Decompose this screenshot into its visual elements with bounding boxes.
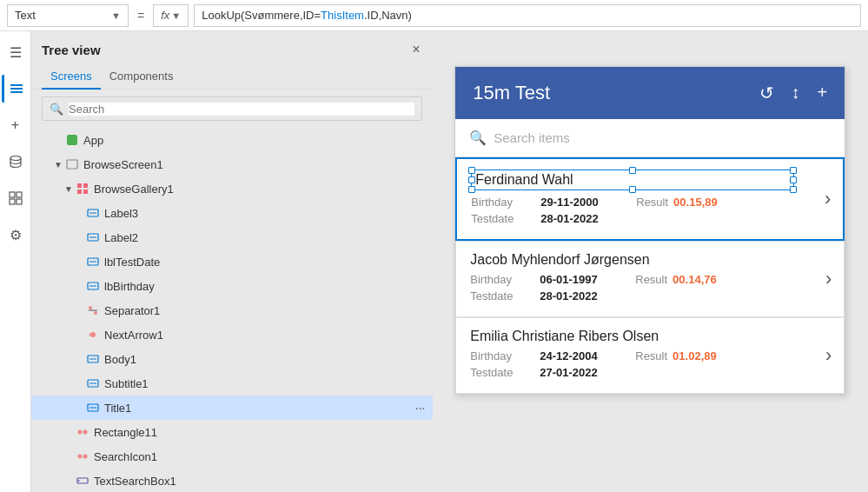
searchicon1-icon xyxy=(75,450,90,462)
textsearchbox1-icon xyxy=(75,475,90,487)
tree-item-searchicon1[interactable]: SearchIcon1 xyxy=(31,444,433,469)
handle-bl[interactable] xyxy=(468,186,475,193)
sort-icon[interactable]: ↕ xyxy=(792,83,800,103)
gallery-item-1[interactable]: Jacob Myhlendorf Jørgensen Birthday 06-0… xyxy=(455,241,845,317)
search-input[interactable] xyxy=(69,103,414,116)
tree-label-searchicon1: SearchIcon1 xyxy=(94,450,433,463)
testdate-label-1: Testdate xyxy=(470,289,540,303)
tree-item-title1[interactable]: Title1 ··· xyxy=(31,396,433,420)
refresh-icon[interactable]: ↺ xyxy=(759,83,774,103)
gallery-item-1-name: Jacob Myhlendorf Jørgensen xyxy=(470,252,830,268)
components-icon-btn[interactable] xyxy=(2,184,30,212)
gallery-item-1-row1: Birthday 06-01-1997 Result 00.14,76 xyxy=(470,273,830,286)
tree-item-browsescreen1[interactable]: ▼ BrowseScreen1 xyxy=(31,152,433,176)
tab-screens[interactable]: Screens xyxy=(42,64,101,90)
app-search-placeholder: Search items xyxy=(494,130,570,145)
tree-item-context-menu[interactable]: ··· xyxy=(415,401,433,415)
tree-item-subtitle1[interactable]: Subtitle1 xyxy=(31,371,433,396)
testdate-value-0: 28-01-2022 xyxy=(540,212,627,225)
tree-label-label2: Label2 xyxy=(104,231,433,244)
tree-search-box[interactable]: 🔍 xyxy=(42,96,422,121)
gallery-item-1-row2: Testdate 28-01-2022 xyxy=(470,289,830,303)
svg-point-33 xyxy=(78,430,83,435)
svg-rect-11 xyxy=(83,183,88,188)
lbltestdate-icon xyxy=(85,256,101,268)
gallery-item-0[interactable]: Ferdinand Wahl Birthday 29-11-2000 Resul… xyxy=(455,157,845,241)
sidebar-icon-rail: ☰ + ⚙ xyxy=(0,31,31,492)
handle-tm[interactable] xyxy=(629,167,636,174)
plus-icon-btn[interactable]: + xyxy=(2,111,30,139)
svg-rect-9 xyxy=(67,160,77,169)
tree-label-nextarrow1: NextArrow1 xyxy=(104,329,433,342)
tree-label-lbltestdate: lblTestDate xyxy=(104,256,433,269)
svg-point-23 xyxy=(89,306,92,309)
formula-bar[interactable]: LookUp(Svømmere,ID=ThisItem.ID,Navn) xyxy=(194,4,861,27)
gallery-chevron-0[interactable]: › xyxy=(825,188,831,210)
tree-label-subtitle1: Subtitle1 xyxy=(104,377,433,390)
body1-icon xyxy=(85,353,101,365)
handle-tl[interactable] xyxy=(468,167,475,174)
equals-sign: = xyxy=(134,9,148,23)
svg-rect-13 xyxy=(83,189,88,194)
lbbirthday-icon xyxy=(85,280,101,292)
type-selector[interactable]: Text ▼ xyxy=(7,4,129,27)
gallery-item-2-name: Emilia Christiane Ribers Olsen xyxy=(470,329,830,344)
svg-point-3 xyxy=(10,156,21,161)
tree-label-rectangle11: Rectangle11 xyxy=(94,426,433,439)
tree-label-app: App xyxy=(83,134,433,147)
type-value: Text xyxy=(15,9,36,22)
tree-item-textsearchbox1[interactable]: TextSearchBox1 xyxy=(31,469,433,492)
database-icon-btn[interactable] xyxy=(2,148,30,176)
app-header-icons: ↺ ↕ + xyxy=(759,83,828,103)
separator1-icon xyxy=(85,304,101,316)
tree-label-textsearchbox1: TextSearchBox1 xyxy=(94,475,433,488)
tree-label-title1: Title1 xyxy=(104,402,415,415)
app-header: 15m Test ↺ ↕ + xyxy=(455,67,845,119)
formula-text: LookUp(Svømmere,ID=ThisItem.ID,Navn) xyxy=(202,9,412,22)
handle-tr[interactable] xyxy=(790,167,797,174)
tree-item-browsegallery1[interactable]: ▼ BrowseGallery1 xyxy=(31,176,433,201)
add-icon[interactable]: + xyxy=(818,83,828,103)
settings-icon-btn[interactable]: ⚙ xyxy=(2,221,30,249)
birthday-label-1: Birthday xyxy=(470,273,540,286)
close-button[interactable]: × xyxy=(410,40,421,59)
tree-item-label2[interactable]: Label2 xyxy=(31,225,433,249)
svg-rect-5 xyxy=(17,192,22,197)
gallery-item-0-row2: Testdate 28-01-2022 xyxy=(471,212,829,225)
result-label-2: Result xyxy=(635,349,667,362)
tree-item-lbbirthday[interactable]: lbBirthday xyxy=(31,274,433,298)
gallery-chevron-2[interactable]: › xyxy=(825,344,832,367)
gallery-item-2[interactable]: Emilia Christiane Ribers Olsen Birthday … xyxy=(455,317,845,394)
fx-button[interactable]: fx ▼ xyxy=(153,4,189,27)
testdate-value-1: 28-01-2022 xyxy=(540,289,626,303)
app-search-icon: 🔍 xyxy=(469,130,487,146)
tree-item-rectangle11[interactable]: Rectangle11 xyxy=(31,420,433,444)
tab-components[interactable]: Components xyxy=(101,64,182,90)
label3-icon xyxy=(85,207,101,219)
tree-item-nextarrow1[interactable]: NextArrow1 xyxy=(31,322,433,347)
layers-icon-btn[interactable] xyxy=(2,75,30,103)
tree-label-browsescreen1: BrowseScreen1 xyxy=(83,158,433,171)
handle-mr[interactable] xyxy=(790,176,797,183)
handle-br[interactable] xyxy=(790,186,797,193)
svg-rect-0 xyxy=(10,84,23,86)
birthday-value-0: 29-11-2000 xyxy=(540,196,627,209)
handle-bm[interactable] xyxy=(629,186,636,193)
gallery-chevron-1[interactable]: › xyxy=(825,268,832,290)
svg-rect-8 xyxy=(67,135,77,145)
search-icon: 🔍 xyxy=(50,103,63,116)
birthday-value-1: 06-01-1997 xyxy=(540,273,626,286)
tree-item-app[interactable]: App xyxy=(31,128,433,152)
result-label-0: Result xyxy=(636,196,668,209)
handle-ml[interactable] xyxy=(468,176,475,183)
top-bar: Text ▼ = fx ▼ LookUp(Svømmere,ID=ThisIte… xyxy=(0,0,868,31)
tree-item-body1[interactable]: Body1 xyxy=(31,347,433,371)
gallery-item-2-row2: Testdate 27-01-2022 xyxy=(470,366,830,379)
title1-icon xyxy=(85,402,101,414)
svg-rect-12 xyxy=(77,189,82,194)
tree-item-lbltestdate[interactable]: lblTestDate xyxy=(31,249,433,274)
tree-item-label3[interactable]: Label3 xyxy=(31,201,433,225)
tree-item-separator1[interactable]: Separator1 xyxy=(31,298,433,322)
hamburger-icon-btn[interactable]: ☰ xyxy=(2,38,30,66)
tree-panel: Tree view × Screens Components 🔍 App xyxy=(31,31,433,492)
